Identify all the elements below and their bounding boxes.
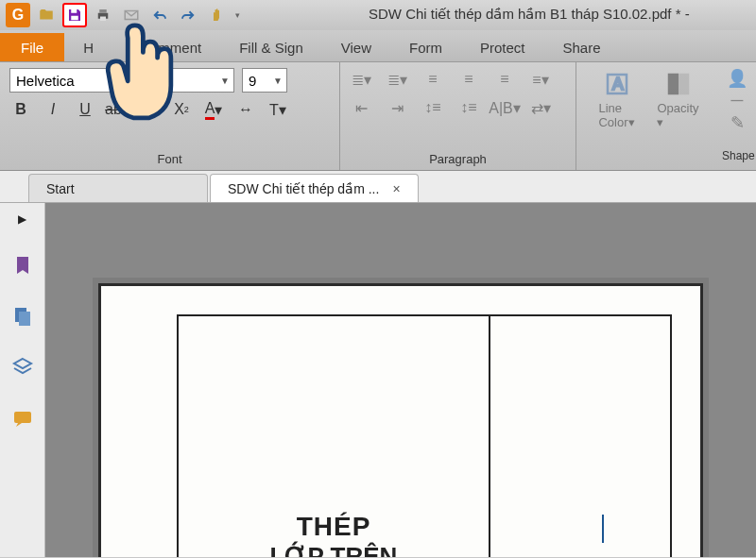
doc-tab-bar: Start SDW Chi tiết thép dầm ... × xyxy=(0,171,756,203)
group-paragraph: ≣▾ ≣▾ ≡ ≡ ≡ ≡▾ ⇤ ⇥ ↕≡ ↕≡ A|B▾ ⇄▾ Paragra… xyxy=(340,62,576,170)
doc-tab-start[interactable]: Start xyxy=(28,174,208,202)
tab-form[interactable]: Form xyxy=(390,33,461,61)
page: THÉP LỚP TRÊN xyxy=(98,283,703,557)
layers-icon[interactable] xyxy=(11,356,34,379)
numbering-button[interactable]: ≣▾ xyxy=(386,68,408,91)
empty-cell xyxy=(490,316,670,557)
font-family-value: Helvetica xyxy=(16,73,75,89)
document-title: SDW Chi tiết thép dầm hầm B1 tháp S10.02… xyxy=(369,6,690,23)
email-icon[interactable] xyxy=(119,3,144,27)
tab-fill-sign[interactable]: Fill & Sign xyxy=(220,33,322,61)
group-label-paragraph: Paragraph xyxy=(350,150,566,168)
tab-view[interactable]: View xyxy=(322,33,390,61)
decrease-indent-button[interactable]: ⇤ xyxy=(350,96,372,119)
font-size-value: 9 xyxy=(249,73,256,89)
pencil-shape-icon[interactable]: ✎ xyxy=(730,112,745,133)
svg-rect-0 xyxy=(71,9,77,13)
nav-sidebar: ▶ xyxy=(0,203,45,557)
svg-rect-12 xyxy=(14,412,31,423)
group-font: Helvetica ▼ 9 ▼ B I U abc X2 X2 A▾ ↔ T▾ … xyxy=(0,62,340,170)
line-spacing-button[interactable]: ↕≡ xyxy=(421,96,444,119)
hand-tool-icon[interactable] xyxy=(204,3,229,27)
group-label-shape: Shape xyxy=(722,147,752,164)
doc-tab-sdw[interactable]: SDW Chi tiết thép dầm ... × xyxy=(210,174,419,202)
tab-protect[interactable]: Protect xyxy=(461,33,544,61)
group-label-font: Font xyxy=(9,150,330,168)
print-icon[interactable] xyxy=(91,3,115,27)
writing-dir-button[interactable]: ⇄▾ xyxy=(529,96,552,119)
subscript-button[interactable]: X2 xyxy=(170,98,193,121)
sidebar-toggle-icon[interactable]: ▶ xyxy=(18,212,26,226)
group-shape: 👤 ─ ✎ Shape xyxy=(718,62,756,170)
svg-rect-4 xyxy=(100,17,106,22)
para-spacing-button[interactable]: ↕≡ xyxy=(457,96,480,119)
quick-access-toolbar: G ▾ SDW Chi tiết thép dầm hầm B1 tháp S1… xyxy=(0,0,756,30)
bullets-button[interactable]: ≣▾ xyxy=(350,68,372,91)
undo-icon[interactable] xyxy=(147,3,172,27)
bold-button[interactable]: B xyxy=(9,98,32,121)
text-direction-button[interactable]: A|B▾ xyxy=(493,96,516,119)
ribbon: Helvetica ▼ 9 ▼ B I U abc X2 X2 A▾ ↔ T▾ … xyxy=(0,62,756,171)
group-style: A LineColor▾ Opacity▾ xyxy=(576,62,718,170)
superscript-button[interactable]: X2 xyxy=(138,98,161,121)
line-color-button[interactable]: A LineColor▾ xyxy=(586,70,647,129)
svg-text:A: A xyxy=(612,75,624,93)
doc-text-line-2: LỚP TRÊN xyxy=(270,542,398,557)
content-area: ▶ THÉP LỚP TRÊN xyxy=(0,203,756,557)
title-cell: THÉP LỚP TRÊN xyxy=(179,316,490,557)
svg-rect-9 xyxy=(679,74,689,95)
line-shape-icon[interactable]: ─ xyxy=(731,91,744,110)
align-left-button[interactable]: ≡ xyxy=(421,68,444,91)
svg-rect-8 xyxy=(667,74,678,95)
strikethrough-button[interactable]: abc xyxy=(106,98,129,121)
align-right-button[interactable]: ≡ xyxy=(493,68,516,91)
italic-button[interactable]: I xyxy=(42,98,64,121)
font-color-button[interactable]: A▾ xyxy=(202,98,225,121)
chevron-down-icon: ▼ xyxy=(273,76,283,86)
text-cursor xyxy=(602,515,604,543)
doc-text-line-1: THÉP xyxy=(297,512,371,542)
svg-rect-11 xyxy=(19,312,30,326)
comments-icon[interactable] xyxy=(11,407,34,430)
tab-comment[interactable]: Comment xyxy=(121,33,220,61)
tab-file[interactable]: File xyxy=(0,33,64,61)
bookmarks-icon[interactable] xyxy=(11,254,34,277)
close-tab-button[interactable]: × xyxy=(392,181,400,196)
pages-icon[interactable] xyxy=(11,305,34,328)
open-icon[interactable] xyxy=(34,3,59,27)
chevron-down-icon: ▼ xyxy=(220,76,230,86)
document-viewport[interactable]: THÉP LỚP TRÊN xyxy=(45,203,756,557)
tab-share[interactable]: Share xyxy=(544,33,620,61)
redo-icon[interactable] xyxy=(176,3,200,27)
justify-button[interactable]: ≡▾ xyxy=(529,68,552,91)
profile-shape-icon[interactable]: 👤 xyxy=(727,68,747,89)
char-spacing-button[interactable]: ↔ xyxy=(234,98,257,121)
tab-home[interactable]: H xyxy=(64,33,121,61)
page-frame: THÉP LỚP TRÊN xyxy=(177,314,672,557)
opacity-button[interactable]: Opacity▾ xyxy=(647,70,709,129)
qat-dropdown-icon[interactable]: ▾ xyxy=(232,10,242,20)
underline-button[interactable]: U xyxy=(74,98,96,121)
ribbon-tabs: File H Comment Fill & Sign View Form Pro… xyxy=(0,30,756,62)
increase-indent-button[interactable]: ⇥ xyxy=(386,96,408,119)
align-center-button[interactable]: ≡ xyxy=(457,68,480,91)
text-effects-button[interactable]: T▾ xyxy=(266,98,289,121)
font-family-select[interactable]: Helvetica ▼ xyxy=(9,68,234,93)
save-icon[interactable] xyxy=(62,3,87,27)
svg-rect-3 xyxy=(99,9,107,13)
font-size-select[interactable]: 9 ▼ xyxy=(242,68,287,93)
svg-rect-1 xyxy=(71,16,78,21)
app-icon[interactable]: G xyxy=(6,3,30,27)
